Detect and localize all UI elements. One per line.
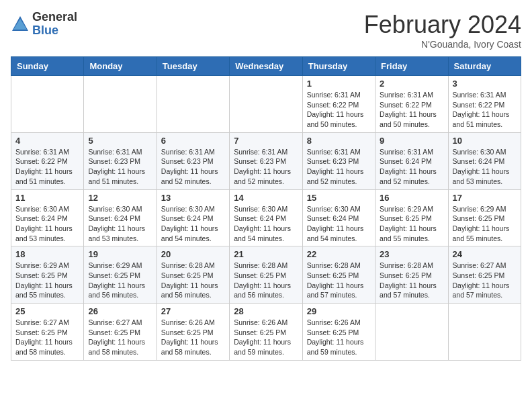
day-info: Sunrise: 6:27 AM Sunset: 6:25 PM Dayligh… [453, 261, 517, 300]
day-number: 2 [380, 79, 443, 89]
location-title: N'Gouanda, Ivory Coast [364, 39, 521, 50]
day-number: 21 [234, 249, 298, 259]
calendar-cell: 27Sunrise: 6:26 AM Sunset: 6:25 PM Dayli… [157, 304, 229, 361]
page-header: General Blue February 2024 N'Gouanda, Iv… [11, 11, 521, 50]
day-info: Sunrise: 6:31 AM Sunset: 6:22 PM Dayligh… [380, 90, 443, 130]
calendar-cell: 18Sunrise: 6:29 AM Sunset: 6:25 PM Dayli… [11, 246, 84, 304]
day-number: 13 [161, 193, 225, 203]
calendar-cell: 28Sunrise: 6:26 AM Sunset: 6:25 PM Dayli… [230, 304, 302, 361]
day-info: Sunrise: 6:31 AM Sunset: 6:23 PM Dayligh… [234, 147, 298, 187]
day-info: Sunrise: 6:30 AM Sunset: 6:24 PM Dayligh… [161, 204, 225, 244]
logo-blue-text: Blue [32, 24, 77, 38]
calendar-cell: 26Sunrise: 6:27 AM Sunset: 6:25 PM Dayli… [84, 304, 157, 361]
calendar-cell: 12Sunrise: 6:30 AM Sunset: 6:24 PM Dayli… [84, 189, 157, 246]
logo-general-text: General [32, 11, 77, 24]
calendar-cell: 9Sunrise: 6:31 AM Sunset: 6:24 PM Daylig… [375, 132, 448, 189]
calendar-day-header: Monday [84, 57, 157, 76]
calendar-cell: 6Sunrise: 6:31 AM Sunset: 6:23 PM Daylig… [157, 132, 229, 189]
calendar-cell [230, 76, 302, 133]
calendar-cell: 20Sunrise: 6:28 AM Sunset: 6:25 PM Dayli… [157, 246, 229, 304]
calendar-cell [375, 304, 448, 361]
calendar-cell: 21Sunrise: 6:28 AM Sunset: 6:25 PM Dayli… [230, 246, 302, 304]
calendar-cell: 15Sunrise: 6:30 AM Sunset: 6:24 PM Dayli… [302, 189, 375, 246]
day-number: 11 [15, 193, 79, 203]
day-info: Sunrise: 6:31 AM Sunset: 6:22 PM Dayligh… [307, 90, 371, 130]
calendar-cell: 17Sunrise: 6:29 AM Sunset: 6:25 PM Dayli… [448, 189, 521, 246]
day-number: 23 [380, 249, 443, 259]
calendar-table: SundayMondayTuesdayWednesdayThursdayFrid… [11, 56, 521, 361]
calendar-header-row: SundayMondayTuesdayWednesdayThursdayFrid… [11, 57, 521, 76]
day-number: 17 [453, 193, 517, 203]
calendar-cell: 10Sunrise: 6:30 AM Sunset: 6:24 PM Dayli… [448, 132, 521, 189]
day-info: Sunrise: 6:30 AM Sunset: 6:24 PM Dayligh… [453, 147, 517, 187]
day-number: 19 [88, 249, 152, 259]
day-info: Sunrise: 6:30 AM Sunset: 6:24 PM Dayligh… [307, 204, 371, 244]
day-number: 10 [453, 136, 517, 146]
day-info: Sunrise: 6:27 AM Sunset: 6:25 PM Dayligh… [15, 318, 79, 357]
calendar-cell: 23Sunrise: 6:28 AM Sunset: 6:25 PM Dayli… [375, 246, 448, 304]
logo-text: General Blue [32, 11, 77, 38]
calendar-week-row: 11Sunrise: 6:30 AM Sunset: 6:24 PM Dayli… [11, 189, 521, 246]
day-info: Sunrise: 6:26 AM Sunset: 6:25 PM Dayligh… [307, 318, 371, 357]
day-number: 9 [380, 136, 443, 146]
day-info: Sunrise: 6:30 AM Sunset: 6:24 PM Dayligh… [15, 204, 79, 244]
calendar-cell [157, 76, 229, 133]
day-info: Sunrise: 6:28 AM Sunset: 6:25 PM Dayligh… [161, 261, 225, 300]
calendar-cell: 22Sunrise: 6:28 AM Sunset: 6:25 PM Dayli… [302, 246, 375, 304]
calendar-cell [84, 76, 157, 133]
day-number: 28 [234, 306, 298, 316]
calendar-week-row: 4Sunrise: 6:31 AM Sunset: 6:22 PM Daylig… [11, 132, 521, 189]
calendar-cell [11, 76, 84, 133]
day-info: Sunrise: 6:31 AM Sunset: 6:23 PM Dayligh… [88, 147, 152, 187]
calendar-day-header: Tuesday [157, 57, 229, 76]
day-number: 25 [15, 306, 79, 316]
day-info: Sunrise: 6:28 AM Sunset: 6:25 PM Dayligh… [234, 261, 298, 300]
day-number: 20 [161, 249, 225, 259]
calendar-cell: 4Sunrise: 6:31 AM Sunset: 6:22 PM Daylig… [11, 132, 84, 189]
day-number: 6 [161, 136, 225, 146]
day-number: 27 [161, 306, 225, 316]
calendar-day-header: Friday [375, 57, 448, 76]
day-number: 1 [307, 79, 371, 89]
calendar-cell: 2Sunrise: 6:31 AM Sunset: 6:22 PM Daylig… [375, 76, 448, 133]
day-info: Sunrise: 6:29 AM Sunset: 6:25 PM Dayligh… [88, 261, 152, 300]
calendar-cell: 29Sunrise: 6:26 AM Sunset: 6:25 PM Dayli… [302, 304, 375, 361]
day-number: 18 [15, 249, 79, 259]
day-number: 3 [453, 79, 517, 89]
day-info: Sunrise: 6:31 AM Sunset: 6:22 PM Dayligh… [15, 147, 79, 187]
calendar-cell: 5Sunrise: 6:31 AM Sunset: 6:23 PM Daylig… [84, 132, 157, 189]
day-info: Sunrise: 6:29 AM Sunset: 6:25 PM Dayligh… [453, 204, 517, 244]
day-number: 24 [453, 249, 517, 259]
calendar-cell: 25Sunrise: 6:27 AM Sunset: 6:25 PM Dayli… [11, 304, 84, 361]
calendar-day-header: Wednesday [230, 57, 302, 76]
logo-icon [11, 15, 30, 34]
calendar-cell: 13Sunrise: 6:30 AM Sunset: 6:24 PM Dayli… [157, 189, 229, 246]
calendar-cell: 3Sunrise: 6:31 AM Sunset: 6:22 PM Daylig… [448, 76, 521, 133]
day-number: 12 [88, 193, 152, 203]
day-number: 15 [307, 193, 371, 203]
day-info: Sunrise: 6:27 AM Sunset: 6:25 PM Dayligh… [88, 318, 152, 357]
calendar-cell [448, 304, 521, 361]
day-number: 26 [88, 306, 152, 316]
calendar-day-header: Saturday [448, 57, 521, 76]
day-info: Sunrise: 6:31 AM Sunset: 6:23 PM Dayligh… [307, 147, 371, 187]
day-info: Sunrise: 6:31 AM Sunset: 6:23 PM Dayligh… [161, 147, 225, 187]
day-info: Sunrise: 6:31 AM Sunset: 6:22 PM Dayligh… [453, 90, 517, 130]
calendar-week-row: 25Sunrise: 6:27 AM Sunset: 6:25 PM Dayli… [11, 304, 521, 361]
day-number: 8 [307, 136, 371, 146]
day-number: 5 [88, 136, 152, 146]
calendar-cell: 1Sunrise: 6:31 AM Sunset: 6:22 PM Daylig… [302, 76, 375, 133]
day-number: 7 [234, 136, 298, 146]
day-number: 14 [234, 193, 298, 203]
calendar-day-header: Sunday [11, 57, 84, 76]
title-block: February 2024 N'Gouanda, Ivory Coast [364, 11, 521, 50]
calendar-cell: 16Sunrise: 6:29 AM Sunset: 6:25 PM Dayli… [375, 189, 448, 246]
day-info: Sunrise: 6:26 AM Sunset: 6:25 PM Dayligh… [234, 318, 298, 357]
calendar-cell: 8Sunrise: 6:31 AM Sunset: 6:23 PM Daylig… [302, 132, 375, 189]
day-info: Sunrise: 6:29 AM Sunset: 6:25 PM Dayligh… [380, 204, 443, 244]
svg-marker-1 [13, 19, 27, 30]
month-title: February 2024 [364, 11, 521, 39]
day-info: Sunrise: 6:26 AM Sunset: 6:25 PM Dayligh… [161, 318, 225, 357]
logo: General Blue [11, 11, 77, 38]
calendar-cell: 7Sunrise: 6:31 AM Sunset: 6:23 PM Daylig… [230, 132, 302, 189]
